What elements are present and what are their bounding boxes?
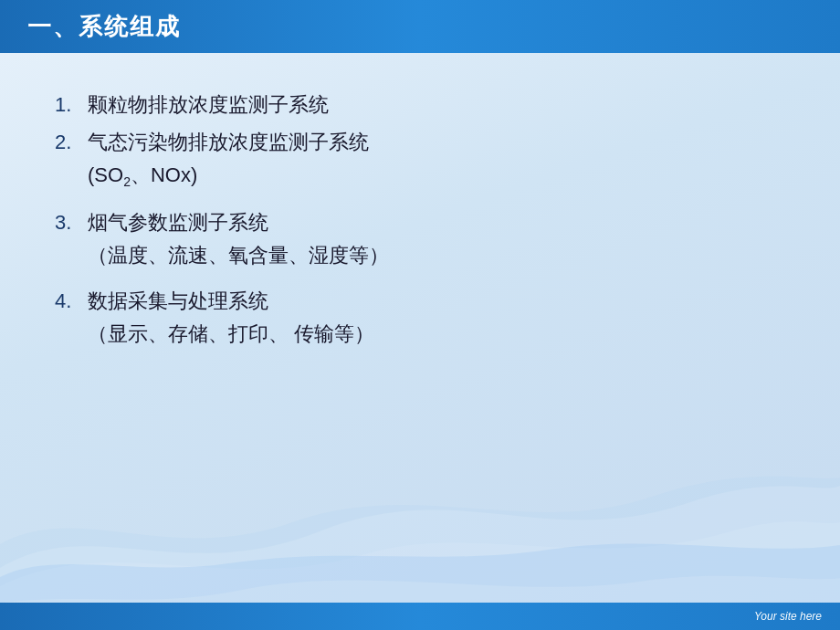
list-item-3: 3. 烟气参数监测子系统 （温度、流速、氧含量、湿度等） [55,207,785,278]
bottom-bar: Your site here [0,603,840,630]
list-number-4: 4. [55,286,82,316]
list-number-2: 2. [55,127,82,157]
list-item-1: 1. 颗粒物排放浓度监测子系统 [55,89,785,120]
list-text-4: 数据采集与处理系统 [88,286,268,316]
list-text-1: 颗粒物排放浓度监测子系统 [88,89,329,120]
site-label: Your site here [754,610,822,623]
content-list: 1. 颗粒物排放浓度监测子系统 2. 气态污染物排放浓度监测子系统 (SO2、N… [55,89,785,364]
list-text-2: 气态污染物排放浓度监测子系统 [88,127,369,157]
list-sub-3: （温度、流速、氧含量、湿度等） [88,239,785,271]
slide-container: 一、系统组成 1. 颗粒物排放浓度监测子系统 2. 气态污染物排放浓度监测子系统 [0,0,840,630]
list-item-2: 2. 气态污染物排放浓度监测子系统 (SO2、NOx) [55,127,785,200]
list-text-3: 烟气参数监测子系统 [88,207,268,237]
list-number-1: 1. [55,89,82,120]
list-sub-4: （显示、存储、打印、 传输等） [88,318,785,350]
header-bar: 一、系统组成 [0,0,840,53]
slide-title: 一、系统组成 [27,11,181,43]
list-number-3: 3. [55,207,82,237]
content-area: 1. 颗粒物排放浓度监测子系统 2. 气态污染物排放浓度监测子系统 (SO2、N… [0,53,840,603]
list-item-4: 4. 数据采集与处理系统 （显示、存储、打印、 传输等） [55,286,785,357]
list-sub-2: (SO2、NOx) [88,159,785,193]
